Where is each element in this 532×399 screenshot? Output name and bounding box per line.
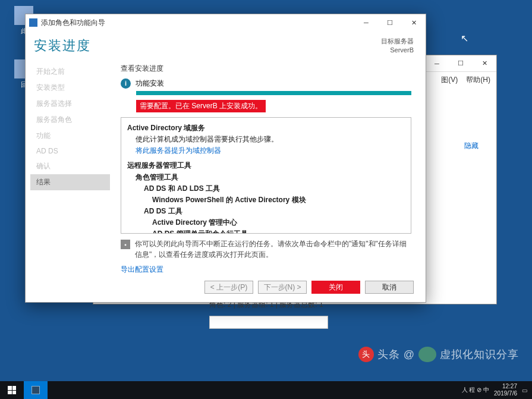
sidebar-item-results: 结果: [30, 174, 110, 190]
taskbar-item-server-manager[interactable]: [24, 381, 48, 399]
system-tray[interactable]: 人 程 ⊘ 中 12:27 2019/7/6 ▭: [462, 383, 532, 397]
sidebar-item-before: 开始之前: [30, 64, 110, 80]
sidebar-item-install-type: 安装类型: [30, 80, 110, 96]
close-button[interactable]: ✕: [402, 14, 426, 31]
menu-help[interactable]: 帮助(H): [466, 75, 490, 85]
adds-desc: 使此计算机成为域控制器需要执行其他步骤。: [127, 134, 405, 145]
wizard-footer: < 上一步(P) 下一步(N) > 关闭 取消: [26, 275, 426, 302]
next-button: 下一步(N) >: [258, 281, 307, 294]
progress-bar: [136, 91, 411, 95]
section-label: 查看安装进度: [121, 64, 411, 74]
cursor-icon: ↖: [461, 33, 468, 44]
add-roles-wizard: 添加角色和功能向导 ─ ☐ ✕ 安装进度 目标服务器 ServerB 开始之前 …: [25, 14, 426, 303]
tray-ime[interactable]: 人 程 ⊘ 中: [462, 386, 489, 394]
cancel-button[interactable]: 取消: [365, 281, 414, 294]
dest-label: 目标服务器: [381, 37, 414, 46]
remote-tools: 远程服务器管理工具: [127, 160, 405, 171]
maximize-button[interactable]: ☐: [449, 55, 473, 72]
feature-install-label: 功能安装: [136, 78, 164, 89]
taskbar[interactable]: 人 程 ⊘ 中 12:27 2019/7/6 ▭: [0, 381, 532, 399]
wizard-sidebar: 开始之前 安装类型 服务器选择 服务器角色 功能 AD DS 确认 结果: [26, 64, 115, 275]
ps-module: Windows PowerShell 的 Active Directory 模块: [127, 194, 405, 206]
server-manager-icon: [32, 386, 40, 394]
sidebar-item-confirm: 确认: [30, 158, 110, 174]
adds-tools: AD DS 工具: [127, 206, 405, 217]
watermark-prefix: 头条 @: [377, 347, 415, 362]
sidebar-item-features: 功能: [30, 128, 110, 144]
wechat-icon: [418, 347, 436, 362]
flag-icon: ▪: [121, 240, 130, 249]
info-icon: i: [121, 78, 131, 89]
promote-link[interactable]: 将此服务器提升为域控制器: [127, 145, 405, 156]
toutiao-icon: 头: [358, 347, 374, 362]
close-button[interactable]: 关闭: [311, 281, 360, 294]
page-title: 安装进度: [34, 37, 91, 55]
tray-time: 12:27: [494, 383, 517, 390]
wizard-title: 添加角色和功能向导: [41, 18, 105, 28]
sidebar-item-server-selection: 服务器选择: [30, 96, 110, 112]
dest-server: ServerB: [381, 46, 414, 55]
sidebar-item-server-roles: 服务器角色: [30, 112, 110, 128]
status-banner: 需要配置。已在 ServerB 上安装成功。: [136, 100, 266, 112]
role-tools: 角色管理工具: [127, 172, 405, 183]
filter-input[interactable]: [209, 316, 328, 329]
tray-date: 2019/7/6: [494, 390, 517, 397]
menu-view[interactable]: 图(V): [441, 75, 458, 85]
watermark: 头 头条 @ 虚拟化知识分享: [358, 347, 519, 362]
prev-button: < 上一步(P): [204, 281, 253, 294]
minimize-button[interactable]: ─: [354, 14, 378, 31]
ad-lds-tools: AD DS 和 AD LDS 工具: [127, 183, 405, 194]
wizard-titlebar[interactable]: 添加角色和功能向导 ─ ☐ ✕: [26, 14, 426, 31]
ad-admin-center: Active Directory 管理中心: [127, 217, 405, 228]
export-config-link[interactable]: 导出配置设置: [121, 265, 411, 275]
minimize-button[interactable]: ─: [425, 55, 449, 72]
wizard-icon: [29, 18, 37, 27]
sidebar-item-adds: AD DS: [30, 144, 110, 158]
close-button[interactable]: ✕: [473, 55, 496, 72]
close-note: 你可以关闭此向导而不中断正在运行的任务。请依次单击命令栏中的"通知"和"任务详细…: [135, 238, 411, 260]
start-button[interactable]: [0, 381, 24, 399]
ad-snapin: AD DS 管理单元和命令行工具: [127, 228, 405, 234]
maximize-button[interactable]: ☐: [378, 14, 402, 31]
hide-link[interactable]: 隐藏: [464, 141, 479, 151]
windows-icon: [8, 386, 16, 394]
detail-box: Active Directory 域服务 使此计算机成为域控制器需要执行其他步骤…: [121, 117, 411, 234]
watermark-text: 虚拟化知识分享: [440, 347, 519, 362]
notification-icon[interactable]: ▭: [522, 387, 527, 394]
adds-heading: Active Directory 域服务: [127, 122, 405, 134]
